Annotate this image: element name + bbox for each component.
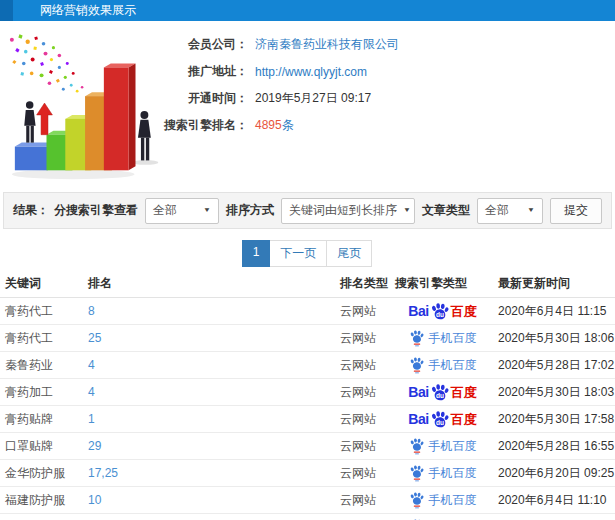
sort-filter-select[interactable]: 关键词由短到长排序 ▼ <box>281 198 415 224</box>
rank-link[interactable]: 1 <box>88 412 340 426</box>
mobile-baidu-label: 手机百度 <box>409 464 477 482</box>
rank-type-cell: 云网站 <box>340 357 395 374</box>
table-row: 金华防护服 17,25 云网站 手机百度 2020年6月20日 09:25 <box>0 460 615 487</box>
baidu-cn-text: 百度 <box>451 386 477 399</box>
businessman-right <box>138 111 151 160</box>
header-engine-type: 搜索引擎类型 <box>395 275 490 292</box>
businessman-left <box>24 101 35 142</box>
updated-cell: 2020年6月20日 09:25 <box>490 465 615 482</box>
rank-link[interactable]: 10 <box>88 493 340 507</box>
result-label: 结果： <box>13 202 49 219</box>
engine-cell: 手机百度 <box>395 329 490 347</box>
engine-filter-select[interactable]: 全部 ▼ <box>145 198 219 224</box>
article-type-value: 全部 <box>485 202 509 219</box>
next-page-button[interactable]: 下一页 <box>269 240 327 267</box>
engine-cell: 手机百度 <box>395 464 490 482</box>
baidu-bai-text: Bai <box>408 412 428 426</box>
info-row-opened: 开通时间： 2019年5月27日 09:17 <box>158 85 399 112</box>
mobile-baidu-text: 手机百度 <box>429 494 477 506</box>
updated-cell: 2020年5月30日 18:03 <box>490 384 615 401</box>
table-header-row: 关键词 排名 排名类型 搜索引擎类型 最新更新时间 <box>0 270 615 298</box>
article-type-label: 文章类型 <box>422 202 470 219</box>
growth-chart-illustration <box>2 29 180 187</box>
page-title: 网络营销效果展示 <box>40 3 136 17</box>
mobile-baidu-text: 手机百度 <box>429 440 477 452</box>
keyword-cell: 膏药代工 <box>5 303 88 320</box>
last-page-button[interactable]: 尾页 <box>326 240 372 267</box>
header-updated: 最新更新时间 <box>490 275 615 292</box>
info-row-company: 会员公司： 济南秦鲁药业科技有限公司 <box>158 31 399 58</box>
table-row: 膏药加工 4 云网站 Baidu百度 2020年5月30日 18:03 <box>0 379 615 406</box>
header-rank: 排名 <box>88 275 340 292</box>
promo-url-label: 推广地址： <box>158 63 248 80</box>
table-row: 福建防护服 10 云网站 手机百度 2020年6月4日 11:10 <box>0 487 615 514</box>
rank-type-cell: 云网站 <box>340 438 395 455</box>
ranking-count-value: 4895条 <box>255 117 294 134</box>
keyword-cell: 福建防护服 <box>5 492 88 509</box>
rank-link[interactable]: 4 <box>88 385 340 399</box>
updated-cell: 2020年5月30日 17:58 <box>490 411 615 428</box>
updated-cell: 2020年5月28日 17:02 <box>490 357 615 374</box>
filter-controls: 分搜索引擎查看 全部 ▼ 排序方式 关键词由短到长排序 ▼ 文章类型 全部 ▼ … <box>54 198 602 224</box>
sort-filter-value: 关键词由短到长排序 <box>289 202 397 219</box>
engine-filter-label: 分搜索引擎查看 <box>54 202 138 219</box>
confetti-dots <box>10 34 83 92</box>
mobile-baidu-paw-icon <box>409 356 425 374</box>
mobile-baidu-text: 手机百度 <box>429 467 477 479</box>
baidu-paw-icon: du <box>430 302 450 321</box>
mobile-baidu-paw-icon <box>409 464 425 482</box>
rank-link[interactable]: 4 <box>88 358 340 372</box>
mobile-baidu-paw-icon <box>409 491 425 509</box>
engine-cell: Baidu百度 <box>395 302 490 321</box>
engine-cell: 手机百度 <box>395 437 490 455</box>
promo-url-link[interactable]: http://www.qlyyjt.com <box>255 65 367 79</box>
updated-cell: 2020年5月30日 18:06 <box>490 330 615 347</box>
mobile-baidu-text: 手机百度 <box>429 359 477 371</box>
rank-type-cell: 云网站 <box>340 492 395 509</box>
opened-time-label: 开通时间： <box>158 90 248 107</box>
header-keyword: 关键词 <box>5 275 88 292</box>
rank-link[interactable]: 29 <box>88 439 340 453</box>
caret-down-icon: ▼ <box>203 207 211 214</box>
mobile-baidu-label: 手机百度 <box>409 329 477 347</box>
submit-button[interactable]: 提交 <box>550 198 602 224</box>
rank-type-cell: 云网站 <box>340 411 395 428</box>
rank-type-cell: 云网站 <box>340 384 395 401</box>
bar-red <box>104 64 136 171</box>
growth-chart-svg <box>2 29 180 187</box>
mobile-baidu-label: 手机百度 <box>409 356 477 374</box>
marketing-report-page: 网络营销效果展示 <box>0 0 615 520</box>
baidu-logo: Baidu百度 <box>408 410 476 429</box>
keyword-cell: 膏药贴牌 <box>5 411 88 428</box>
mobile-baidu-text: 手机百度 <box>429 332 477 344</box>
rank-type-cell: 云网站 <box>340 330 395 347</box>
info-row-url: 推广地址： http://www.qlyyjt.com <box>158 58 399 85</box>
updated-cell: 2020年5月28日 16:55 <box>490 438 615 455</box>
info-row-ranking: 搜索引擎排名： 4895条 <box>158 112 399 139</box>
company-link[interactable]: 济南秦鲁药业科技有限公司 <box>255 36 399 53</box>
rank-link[interactable]: 17,25 <box>88 466 340 480</box>
caret-down-icon: ▼ <box>527 207 535 214</box>
baidu-du-text: du <box>436 392 444 399</box>
keyword-cell: 膏药代工 <box>5 330 88 347</box>
baidu-paw-icon: du <box>430 410 450 429</box>
company-info: 会员公司： 济南秦鲁药业科技有限公司 推广地址： http://www.qlyy… <box>158 31 399 139</box>
mobile-baidu-label: 手机百度 <box>409 491 477 509</box>
page-1-button[interactable]: 1 <box>242 240 271 267</box>
engine-filter-value: 全部 <box>153 202 177 219</box>
keyword-cell: 秦鲁药业 <box>5 357 88 374</box>
rank-link[interactable]: 8 <box>88 304 340 318</box>
rank-type-cell: 云网站 <box>340 303 395 320</box>
titlebar: 网络营销效果展示 <box>0 0 615 21</box>
baidu-logo: Baidu百度 <box>408 383 476 402</box>
keyword-cell: 膏药加工 <box>5 384 88 401</box>
baidu-bai-text: Bai <box>408 385 428 399</box>
engine-cell: Baidu百度 <box>395 410 490 429</box>
engine-cell: 手机百度 <box>395 491 490 509</box>
rank-link[interactable]: 25 <box>88 331 340 345</box>
article-type-select[interactable]: 全部 ▼ <box>477 198 543 224</box>
filter-bar: 结果： 分搜索引擎查看 全部 ▼ 排序方式 关键词由短到长排序 ▼ 文章类型 全… <box>3 192 612 229</box>
keyword-ranking-table: 关键词 排名 排名类型 搜索引擎类型 最新更新时间 膏药代工 8 云网站 Bai… <box>0 270 615 520</box>
header-rank-type: 排名类型 <box>340 275 395 292</box>
updated-cell: 2020年6月4日 11:10 <box>490 492 615 509</box>
